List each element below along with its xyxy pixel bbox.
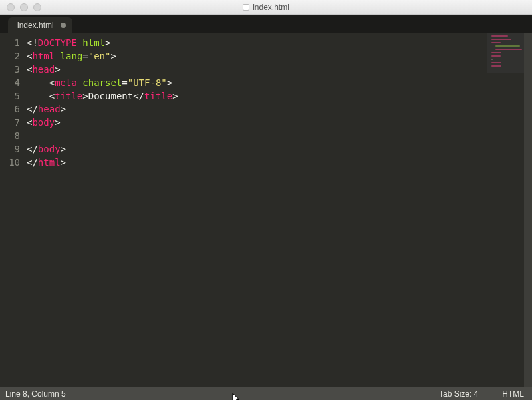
code-line[interactable]: <body> (27, 116, 532, 129)
line-number: 7 (0, 116, 27, 129)
code-line[interactable]: <title>Document</title> (27, 89, 532, 102)
status-syntax[interactable]: HTML (502, 389, 524, 399)
minimap[interactable] (487, 33, 524, 73)
code-line[interactable]: </head> (27, 102, 532, 116)
editor-app: index.html 12345678910 <!DOCTYPE html><h… (0, 15, 532, 400)
tab-bar: index.html (0, 15, 532, 33)
status-cursor-position[interactable]: Line 8, Column 5 (5, 389, 66, 399)
minimize-icon[interactable] (20, 3, 28, 11)
file-icon (243, 4, 249, 11)
line-number: 2 (0, 49, 27, 63)
vertical-scrollbar[interactable] (524, 33, 532, 387)
line-number-gutter: 12345678910 (0, 33, 27, 387)
line-number: 1 (0, 36, 27, 49)
line-number: 4 (0, 76, 27, 89)
code-line[interactable]: <!DOCTYPE html> (27, 36, 532, 49)
window-titlebar: index.html (0, 0, 532, 15)
editor-pane: 12345678910 <!DOCTYPE html><html lang="e… (0, 33, 532, 387)
line-number: 9 (0, 142, 27, 156)
code-line[interactable] (27, 129, 532, 142)
tab-index-html[interactable]: index.html (8, 17, 72, 33)
status-bar: Line 8, Column 5 Tab Size: 4 HTML (0, 387, 532, 400)
zoom-icon[interactable] (33, 3, 41, 11)
code-line[interactable]: <head> (27, 63, 532, 76)
line-number: 10 (0, 156, 27, 169)
line-number: 5 (0, 89, 27, 102)
code-area[interactable]: <!DOCTYPE html><html lang="en"><head> <m… (27, 33, 532, 387)
scrollbar-thumb[interactable] (524, 33, 532, 387)
status-tab-size[interactable]: Tab Size: 4 (439, 389, 478, 399)
line-number: 3 (0, 63, 27, 76)
code-line[interactable]: <html lang="en"> (27, 49, 532, 63)
dirty-indicator-icon (61, 23, 66, 28)
code-line[interactable]: </body> (27, 142, 532, 156)
close-icon[interactable] (7, 3, 15, 11)
window-controls (0, 3, 41, 11)
line-number: 6 (0, 102, 27, 116)
window-title-text: index.html (253, 3, 289, 12)
line-number: 8 (0, 129, 27, 142)
code-line[interactable]: <meta charset="UTF-8"> (27, 76, 532, 89)
code-line[interactable]: </html> (27, 156, 532, 169)
tab-label: index.html (17, 21, 54, 30)
window-title: index.html (0, 3, 532, 12)
